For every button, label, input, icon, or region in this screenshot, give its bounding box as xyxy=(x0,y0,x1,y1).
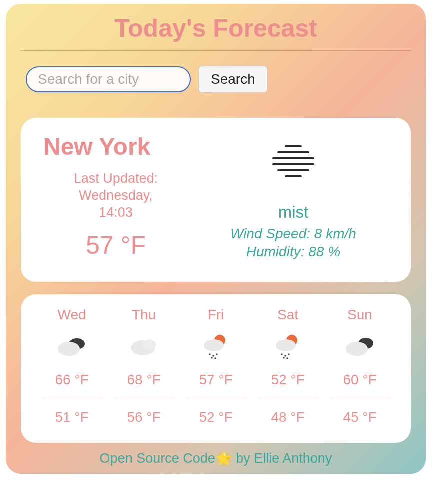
footer: Open Source Code🌟 by Ellie Anthony xyxy=(21,443,411,466)
temp-high: 57 °F xyxy=(188,372,244,398)
cloud-light-icon xyxy=(108,332,180,362)
forecast-card: Wed 66 °F 51 °F Thu 68 °F 56 °F Fr xyxy=(21,294,411,443)
app-container: Today's Forecast Search New York Last Up… xyxy=(6,4,426,474)
current-weather-card: New York Last Updated: Wednesday, 14:03 … xyxy=(21,118,411,282)
search-button[interactable]: Search xyxy=(198,66,268,93)
forecast-day: Sun 60 °F 45 °F xyxy=(324,307,396,426)
svg-point-25 xyxy=(346,342,368,356)
svg-point-22 xyxy=(283,357,285,359)
temp-high: 60 °F xyxy=(332,372,388,398)
temp-high: 68 °F xyxy=(116,372,172,398)
current-right: mist Wind Speed: 8 km/h Humidity: 88 % xyxy=(198,133,388,262)
svg-point-13 xyxy=(212,355,214,357)
day-label: Sat xyxy=(252,307,324,323)
sun-rain-icon xyxy=(252,332,324,362)
svg-point-20 xyxy=(284,355,286,357)
svg-point-15 xyxy=(211,357,213,359)
search-bar: Search xyxy=(21,66,411,93)
temp-low: 48 °F xyxy=(252,410,324,426)
wind-speed: Wind Speed: 8 km/h xyxy=(230,226,356,242)
day-label: Thu xyxy=(108,307,180,323)
temp-high: 52 °F xyxy=(260,372,316,398)
svg-point-16 xyxy=(214,358,216,360)
day-label: Fri xyxy=(180,307,252,323)
last-updated: Last Updated: Wednesday, 14:03 xyxy=(44,170,188,221)
condition-text: mist xyxy=(278,203,309,222)
current-left: New York Last Updated: Wednesday, 14:03 … xyxy=(44,133,188,262)
footer-link-text: Open Source Code xyxy=(100,451,216,466)
svg-point-19 xyxy=(281,354,283,356)
svg-point-21 xyxy=(288,354,290,356)
forecast-day: Wed 66 °F 51 °F xyxy=(36,307,108,426)
svg-point-7 xyxy=(58,342,80,356)
forecast-day: Thu 68 °F 56 °F xyxy=(108,307,180,426)
temp-high: 66 °F xyxy=(44,372,100,398)
source-code-link[interactable]: Open Source Code xyxy=(100,451,216,466)
svg-point-18 xyxy=(276,340,296,352)
mist-icon xyxy=(264,138,324,183)
svg-point-23 xyxy=(286,358,288,360)
forecast-day: Fri 57 °F 52 °F xyxy=(180,307,252,426)
svg-point-14 xyxy=(216,354,218,356)
city-name: New York xyxy=(44,133,188,160)
footer-author: by Ellie Anthony xyxy=(232,451,332,466)
temp-low: 52 °F xyxy=(180,410,252,426)
day-label: Wed xyxy=(36,307,108,323)
temp-low: 51 °F xyxy=(36,410,108,426)
page-title: Today's Forecast xyxy=(21,14,411,51)
last-updated-time: 14:03 xyxy=(54,204,178,222)
star-icon: 🌟 xyxy=(216,451,232,466)
temp-low: 56 °F xyxy=(108,410,180,426)
current-temperature: 57 °F xyxy=(44,231,188,260)
svg-point-9 xyxy=(142,340,156,350)
humidity: Humidity: 88 % xyxy=(246,244,340,260)
cloud-dark-icon xyxy=(36,332,108,362)
temp-low: 45 °F xyxy=(324,410,396,426)
last-updated-label: Last Updated: xyxy=(54,170,178,188)
day-label: Sun xyxy=(324,307,396,323)
cloud-dark-icon xyxy=(324,332,396,362)
search-input[interactable] xyxy=(26,66,191,92)
svg-point-12 xyxy=(209,354,211,356)
forecast-day: Sat 52 °F 48 °F xyxy=(252,307,324,426)
svg-point-11 xyxy=(204,340,224,352)
last-updated-day: Wednesday, xyxy=(54,188,178,204)
sun-rain-icon xyxy=(180,332,252,362)
